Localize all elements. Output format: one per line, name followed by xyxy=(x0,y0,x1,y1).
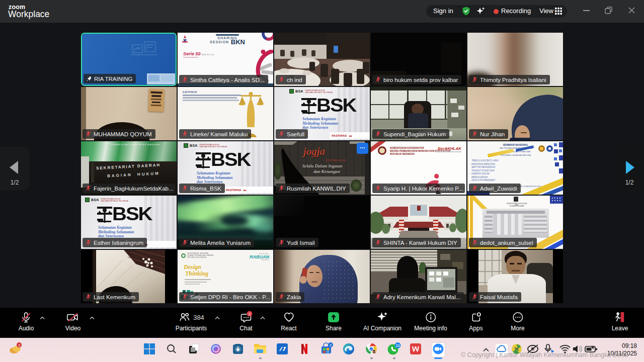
svg-text:33: 33 xyxy=(395,343,399,348)
svg-text:2: 2 xyxy=(249,312,251,316)
svg-text:2: 2 xyxy=(330,343,332,347)
svg-text:3: 3 xyxy=(18,343,21,347)
